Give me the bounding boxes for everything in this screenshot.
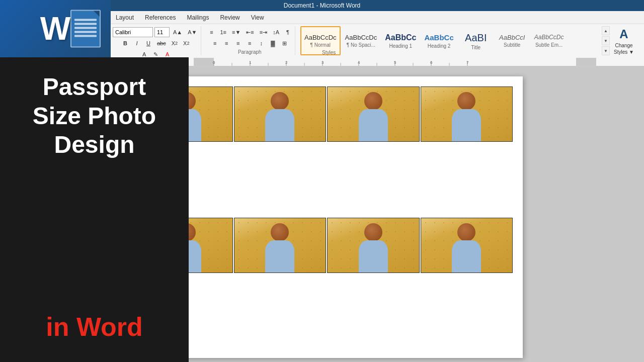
svg-text:6: 6 (430, 60, 433, 65)
svg-text:3: 3 (321, 60, 324, 65)
italic-button[interactable]: I (132, 38, 142, 48)
subscript-button[interactable]: X2 (170, 38, 180, 48)
style-h1-label: Heading 1 (389, 43, 412, 49)
svg-text:1: 1 (249, 60, 252, 65)
photo-person-3 (328, 87, 419, 141)
overlay-red-text: in Word (0, 302, 189, 342)
styles-scroll-expand[interactable]: ▼ (602, 46, 610, 55)
styles-scroll-up[interactable]: ▲ (602, 26, 610, 35)
svg-text:7: 7 (466, 60, 469, 65)
style-title[interactable]: AaBI Title (458, 26, 494, 55)
shading-button[interactable]: ▓ (268, 38, 278, 48)
photo-cell-7 (327, 218, 420, 273)
photo-person-7 (328, 218, 419, 273)
bullets-button[interactable]: ≡ (206, 27, 216, 37)
font-size-box[interactable]: 11 (154, 27, 170, 37)
style-title-label: Title (471, 45, 481, 50)
bold-button[interactable]: B (120, 38, 130, 48)
doc-line (74, 31, 97, 33)
font-row-2: B I U abc X2 X2 (120, 38, 192, 48)
underline-button[interactable]: U (143, 38, 153, 48)
change-styles-icon: A (619, 26, 628, 42)
photo-cell-2 (234, 86, 327, 142)
doc-line (74, 27, 97, 29)
doc-lines (71, 11, 100, 40)
photo-person-6 (234, 218, 326, 273)
style-subtle-emphasis[interactable]: AaBbCcDc Subtle Em... (531, 26, 568, 55)
style-heading2[interactable]: AaBbCc Heading 2 (421, 26, 457, 55)
style-normal-label: ¶ Normal (310, 42, 331, 48)
style-h1-preview: AaBbCc (385, 33, 416, 42)
strikethrough-button[interactable]: abc (155, 38, 168, 48)
align-center-button[interactable]: ≡ (221, 38, 231, 48)
outdent-button[interactable]: ⇤≡ (244, 27, 256, 37)
svg-rect-0 (194, 58, 214, 66)
text-overlay: PassportSize PhotoDesign in Word (0, 57, 189, 362)
align-right-button[interactable]: ≡ (233, 38, 243, 48)
paragraph-group: ≡ 1≡ ≡▼ ⇤≡ ≡⇥ ↕A ¶ ≡ ≡ ≡ ≡ ↕ ▓ ⊞ Paragra… (204, 26, 295, 55)
styles-list: AaBbCcDc ¶ Normal AaBbCcDc ¶ No Spaci...… (300, 26, 601, 55)
sort-button[interactable]: ↕A (271, 27, 281, 37)
style-subtitle[interactable]: AaBbCcI Subtitle (495, 26, 530, 55)
ruler-svg: 0 1 2 3 4 5 6 7 (194, 58, 596, 66)
paragraph-group-label: Paragraph (238, 49, 262, 55)
multilevel-button[interactable]: ≡▼ (230, 27, 243, 37)
svg-text:5: 5 (394, 60, 396, 65)
tab-references[interactable]: References (140, 11, 181, 24)
word-logo: W (0, 0, 111, 57)
style-h2-preview: AaBbCc (424, 33, 453, 42)
style-subtitle-preview: AaBbCcI (499, 34, 525, 42)
para-row-1: ≡ 1≡ ≡▼ ⇤≡ ≡⇥ ↕A ¶ (206, 27, 293, 37)
ruler-inner: 0 1 2 3 4 5 6 7 (194, 57, 644, 66)
font-group: Calibri 11 A▲ A▼ B I U abc X2 X2 A ✎ A F… (111, 26, 201, 55)
overlay-main-text: PassportSize PhotoDesign (0, 57, 189, 159)
styles-scroll-down[interactable]: ▼ (602, 36, 610, 45)
numbering-button[interactable]: 1≡ (218, 27, 228, 37)
show-marks-button[interactable]: ¶ (283, 27, 293, 37)
style-nospacing-label: ¶ No Spaci... (347, 42, 375, 48)
doc-line (74, 35, 97, 37)
photo-cell-8 (421, 218, 513, 273)
photo-person-2 (234, 87, 326, 141)
tab-layout[interactable]: Layout (111, 11, 139, 24)
svg-text:4: 4 (358, 60, 360, 65)
change-styles-button[interactable]: A ChangeStyles ▼ (610, 26, 638, 55)
styles-group: AaBbCcDc ¶ Normal AaBbCcDc ¶ No Spaci...… (298, 26, 640, 55)
style-normal-preview: AaBbCcDc (304, 34, 337, 42)
photo-person-8 (421, 218, 513, 273)
style-subtitle-label: Subtitle (504, 42, 520, 48)
title-text: Document1 - Microsoft Word (284, 2, 361, 9)
justify-button[interactable]: ≡ (245, 38, 255, 48)
change-styles-label: ChangeStyles ▼ (614, 42, 634, 55)
doc-line (74, 19, 97, 21)
superscript-button[interactable]: X2 (181, 38, 191, 48)
tab-review[interactable]: Review (215, 11, 245, 24)
photo-cell-6 (234, 218, 327, 273)
indent-button[interactable]: ≡⇥ (258, 27, 269, 37)
photo-person-4 (421, 87, 513, 141)
style-no-spacing[interactable]: AaBbCcDc ¶ No Spaci... (342, 26, 381, 55)
tab-mailings[interactable]: Mailings (182, 11, 214, 24)
borders-button[interactable]: ⊞ (279, 38, 289, 48)
align-left-button[interactable]: ≡ (210, 38, 220, 48)
style-h2-label: Heading 2 (428, 43, 451, 49)
photo-grid (140, 86, 513, 348)
tab-view[interactable]: View (246, 11, 269, 24)
font-size-increase-button[interactable]: A▲ (171, 27, 184, 37)
styles-scroll: ▲ ▼ ▼ (602, 26, 610, 55)
doc-line (74, 23, 97, 25)
svg-rect-1 (576, 58, 596, 66)
photo-cell-4 (421, 86, 513, 142)
line-spacing-button[interactable]: ↕ (256, 38, 266, 48)
styles-group-label: Styles (322, 50, 336, 55)
font-name-box[interactable]: Calibri (113, 27, 153, 37)
para-row-2: ≡ ≡ ≡ ≡ ↕ ▓ ⊞ (210, 38, 289, 48)
style-nospacing-preview: AaBbCcDc (345, 34, 377, 42)
word-letter: W (40, 10, 70, 47)
photo-cell-3 (327, 86, 420, 142)
word-doc-icon (70, 10, 101, 48)
style-heading1[interactable]: AaBbCc Heading 1 (381, 26, 420, 55)
svg-text:2: 2 (285, 60, 288, 65)
word-document (130, 76, 523, 358)
font-size-decrease-button[interactable]: A▼ (186, 27, 199, 37)
